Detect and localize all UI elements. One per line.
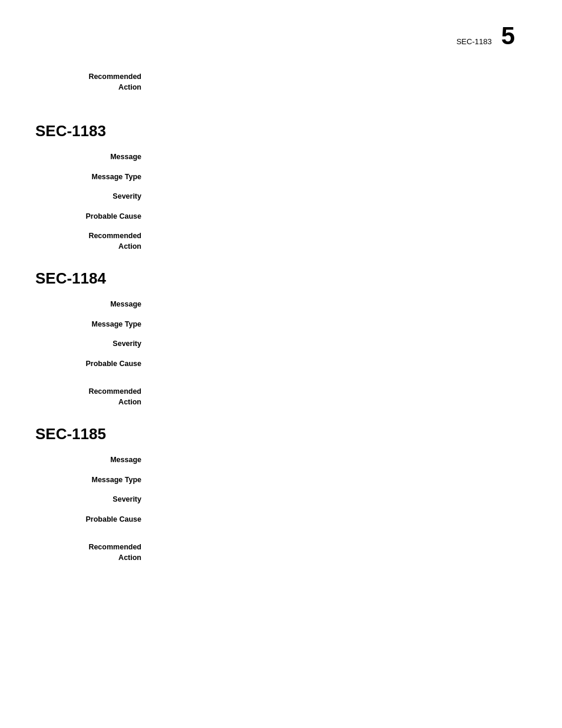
field-label-probable-cause-1183: Probable Cause <box>35 212 153 222</box>
field-value-recommended-action-1184 <box>153 387 527 407</box>
section-title-sec-1184: SEC-1184 <box>35 269 527 288</box>
prev-recommended-action-label: Recommended Action <box>35 72 153 93</box>
page-code: SEC-1183 <box>457 37 492 46</box>
field-row-message-1184: Message <box>35 299 527 310</box>
field-row-message-1185: Message <box>35 455 527 466</box>
field-label-message-type-1183: Message Type <box>35 172 153 183</box>
field-row-message-type-1183: Message Type <box>35 172 527 183</box>
field-row-message-type-1185: Message Type <box>35 475 527 486</box>
field-label-severity-1183: Severity <box>35 192 153 202</box>
field-row-severity-1184: Severity <box>35 339 527 350</box>
field-value-severity-1184 <box>153 339 527 350</box>
field-label-recommended-action-1183: Recommended Action <box>35 231 153 252</box>
field-row-probable-cause-1185: Probable Cause <box>35 515 527 525</box>
field-label-message-1183: Message <box>35 152 153 163</box>
field-row-severity-1185: Severity <box>35 495 527 505</box>
prev-recommended-action-value <box>153 72 527 93</box>
field-label-recommended-action-1184: Recommended Action <box>35 387 153 407</box>
field-value-recommended-action-1183 <box>153 231 527 252</box>
field-value-severity-1185 <box>153 495 527 505</box>
field-row-severity-1183: Severity <box>35 192 527 202</box>
field-label-message-1185: Message <box>35 455 153 466</box>
field-row-message-1183: Message <box>35 152 527 163</box>
page-header: SEC-1183 5 <box>35 24 527 48</box>
section-title-sec-1185: SEC-1185 <box>35 425 527 443</box>
field-row-probable-cause-1184: Probable Cause <box>35 359 527 370</box>
page-number: 5 <box>501 24 515 48</box>
field-value-message-1185 <box>153 455 527 466</box>
field-value-recommended-action-1185 <box>153 542 527 563</box>
field-value-probable-cause-1185 <box>153 515 527 525</box>
field-label-severity-1185: Severity <box>35 495 153 505</box>
section-sec-1184: SEC-1184 Message Message Type Severity P… <box>35 269 527 407</box>
field-value-message-type-1183 <box>153 172 527 183</box>
field-row-recommended-action-1185: Recommended Action <box>35 542 527 563</box>
field-value-probable-cause-1183 <box>153 212 527 222</box>
field-value-message-type-1184 <box>153 319 527 330</box>
field-row-probable-cause-1183: Probable Cause <box>35 212 527 222</box>
field-label-probable-cause-1184: Probable Cause <box>35 359 153 370</box>
section-title-sec-1183: SEC-1183 <box>35 122 527 140</box>
field-label-severity-1184: Severity <box>35 339 153 350</box>
field-label-probable-cause-1185: Probable Cause <box>35 515 153 525</box>
field-label-message-type-1184: Message Type <box>35 319 153 330</box>
field-value-message-type-1185 <box>153 475 527 486</box>
field-row-message-type-1184: Message Type <box>35 319 527 330</box>
field-row-recommended-action-1183: Recommended Action <box>35 231 527 252</box>
section-sec-1183: SEC-1183 Message Message Type Severity P… <box>35 122 527 252</box>
field-row-recommended-action-1184: Recommended Action <box>35 387 527 407</box>
field-label-recommended-action-1185: Recommended Action <box>35 542 153 563</box>
field-label-message-1184: Message <box>35 299 153 310</box>
field-value-message-1184 <box>153 299 527 310</box>
field-label-message-type-1185: Message Type <box>35 475 153 486</box>
field-value-probable-cause-1184 <box>153 359 527 370</box>
field-value-severity-1183 <box>153 192 527 202</box>
field-value-message-1183 <box>153 152 527 163</box>
section-sec-1185: SEC-1185 Message Message Type Severity P… <box>35 425 527 563</box>
